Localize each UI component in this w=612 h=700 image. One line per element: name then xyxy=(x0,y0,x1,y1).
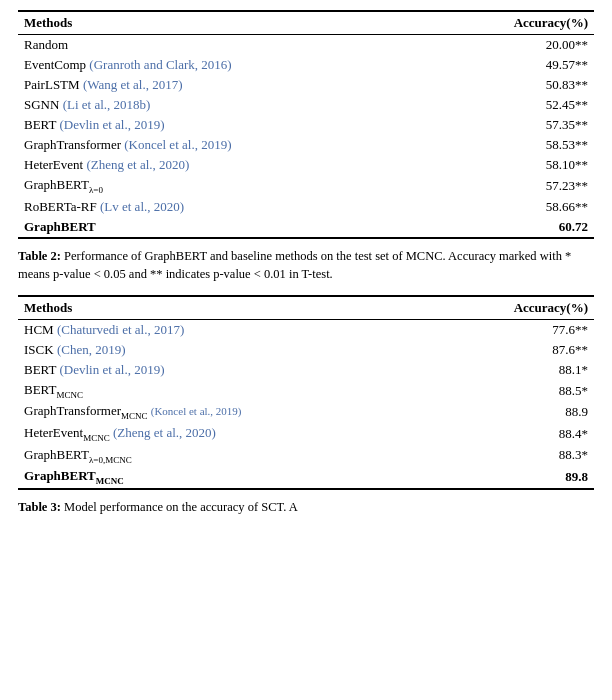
table-row: GraphBERTλ=0 57.23** xyxy=(18,175,594,197)
method-cell: HeterEvent (Zheng et al., 2020) xyxy=(18,155,431,175)
table1: Methods Accuracy(%) Random 20.00** Event… xyxy=(18,10,594,239)
table2-col-accuracy: Accuracy(%) xyxy=(437,296,595,320)
accuracy-cell: 89.8 xyxy=(437,466,595,489)
method-cell: BERT (Devlin et al., 2019) xyxy=(18,115,431,135)
table-row: EventComp (Granroth and Clark, 2016) 49.… xyxy=(18,55,594,75)
method-cell: BERT (Devlin et al., 2019) xyxy=(18,360,437,380)
accuracy-cell: 57.35** xyxy=(431,115,594,135)
cite: (Devlin et al., 2019) xyxy=(59,117,164,132)
accuracy-cell: 20.00** xyxy=(431,35,594,56)
table-row: HCM (Chaturvedi et al., 2017) 77.6** xyxy=(18,319,594,340)
accuracy-cell: 88.5* xyxy=(437,380,595,402)
table1-container: Methods Accuracy(%) Random 20.00** Event… xyxy=(18,10,594,239)
cite: (Granroth and Clark, 2016) xyxy=(89,57,231,72)
accuracy-cell: 88.4* xyxy=(437,423,595,445)
table-row: RoBERTa-RF (Lv et al., 2020) 58.66** xyxy=(18,197,594,217)
table-row: HeterEvent (Zheng et al., 2020) 58.10** xyxy=(18,155,594,175)
cite: (Wang et al., 2017) xyxy=(83,77,183,92)
caption-label: Table 3: xyxy=(18,500,61,514)
table-row: BERT (Devlin et al., 2019) 57.35** xyxy=(18,115,594,135)
cite: (Zheng et al., 2020) xyxy=(86,157,189,172)
method-cell: GraphBERTλ=0 xyxy=(18,175,431,197)
table-row: ISCK (Chen, 2019) 87.6** xyxy=(18,340,594,360)
method-cell: SGNN (Li et al., 2018b) xyxy=(18,95,431,115)
caption-text: Model performance on the accuracy of SCT… xyxy=(64,500,298,514)
table-row: SGNN (Li et al., 2018b) 52.45** xyxy=(18,95,594,115)
accuracy-cell: 52.45** xyxy=(431,95,594,115)
caption-text: Performance of GraphBERT and baseline me… xyxy=(18,249,571,281)
table-row-last: GraphBERT 60.72 xyxy=(18,217,594,238)
table-row: PairLSTM (Wang et al., 2017) 50.83** xyxy=(18,75,594,95)
accuracy-cell: 60.72 xyxy=(431,217,594,238)
subscript: MCNC xyxy=(83,433,110,443)
method-cell: GraphBERT xyxy=(18,217,431,238)
cite: (Li et al., 2018b) xyxy=(63,97,151,112)
cite: (Koncel et al., 2019) xyxy=(151,405,242,417)
method-cell: GraphTransformerMCNC (Koncel et al., 201… xyxy=(18,401,437,423)
table-row: BERTMCNC 88.5* xyxy=(18,380,594,402)
table2-col-methods: Methods xyxy=(18,296,437,320)
method-cell: ISCK (Chen, 2019) xyxy=(18,340,437,360)
accuracy-cell: 87.6** xyxy=(437,340,595,360)
method-cell: GraphTransformer (Koncel et al., 2019) xyxy=(18,135,431,155)
subscript: MCNC xyxy=(121,411,148,421)
table-row: GraphTransformer (Koncel et al., 2019) 5… xyxy=(18,135,594,155)
cite: (Devlin et al., 2019) xyxy=(59,362,164,377)
table-row: BERT (Devlin et al., 2019) 88.1* xyxy=(18,360,594,380)
cite: (Koncel et al., 2019) xyxy=(124,137,231,152)
table2-container: Methods Accuracy(%) HCM (Chaturvedi et a… xyxy=(18,295,594,490)
accuracy-cell: 77.6** xyxy=(437,319,595,340)
table1-col-methods: Methods xyxy=(18,11,431,35)
subscript: MCNC xyxy=(96,476,124,486)
method-cell: RoBERTa-RF (Lv et al., 2020) xyxy=(18,197,431,217)
table-row-last: GraphBERTMCNC 89.8 xyxy=(18,466,594,489)
subscript: λ=0 xyxy=(89,185,103,195)
caption-label: Table 2: xyxy=(18,249,61,263)
table-row: GraphBERTλ=0,MCNC 88.3* xyxy=(18,445,594,467)
method-cell: PairLSTM (Wang et al., 2017) xyxy=(18,75,431,95)
accuracy-cell: 88.3* xyxy=(437,445,595,467)
method-cell: EventComp (Granroth and Clark, 2016) xyxy=(18,55,431,75)
method-cell: BERTMCNC xyxy=(18,380,437,402)
subscript: MCNC xyxy=(56,389,83,399)
table-row: Random 20.00** xyxy=(18,35,594,56)
accuracy-cell: 50.83** xyxy=(431,75,594,95)
method-cell: HeterEventMCNC (Zheng et al., 2020) xyxy=(18,423,437,445)
cite: (Chen, 2019) xyxy=(57,342,126,357)
accuracy-cell: 58.53** xyxy=(431,135,594,155)
method-cell: GraphBERTλ=0,MCNC xyxy=(18,445,437,467)
subscript: λ=0,MCNC xyxy=(89,454,132,464)
cite: (Chaturvedi et al., 2017) xyxy=(57,322,184,337)
table1-col-accuracy: Accuracy(%) xyxy=(431,11,594,35)
cite: (Lv et al., 2020) xyxy=(100,199,184,214)
accuracy-cell: 88.9 xyxy=(437,401,595,423)
table2: Methods Accuracy(%) HCM (Chaturvedi et a… xyxy=(18,295,594,490)
table-row: GraphTransformerMCNC (Koncel et al., 201… xyxy=(18,401,594,423)
accuracy-cell: 58.10** xyxy=(431,155,594,175)
cite: (Zheng et al., 2020) xyxy=(113,425,216,440)
table1-caption: Table 2: Performance of GraphBERT and ba… xyxy=(18,247,594,283)
accuracy-cell: 88.1* xyxy=(437,360,595,380)
table-row: HeterEventMCNC (Zheng et al., 2020) 88.4… xyxy=(18,423,594,445)
method-cell: Random xyxy=(18,35,431,56)
method-cell: GraphBERTMCNC xyxy=(18,466,437,489)
method-cell: HCM (Chaturvedi et al., 2017) xyxy=(18,319,437,340)
table2-caption: Table 3: Model performance on the accura… xyxy=(18,498,594,516)
accuracy-cell: 58.66** xyxy=(431,197,594,217)
accuracy-cell: 57.23** xyxy=(431,175,594,197)
accuracy-cell: 49.57** xyxy=(431,55,594,75)
